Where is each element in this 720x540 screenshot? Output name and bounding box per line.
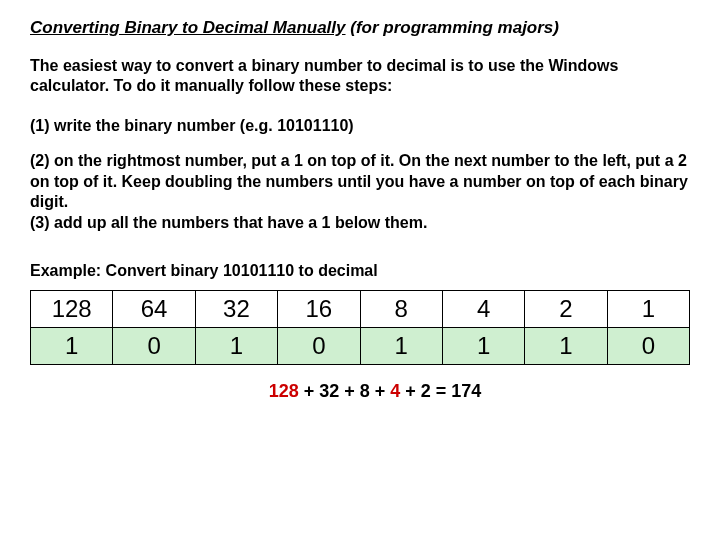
intro-paragraph: The easiest way to convert a binary numb…	[30, 56, 690, 96]
power-cell: 32	[195, 290, 277, 327]
table-row-powers: 128 64 32 16 8 4 2 1	[31, 290, 690, 327]
sum-part: 8	[360, 381, 370, 401]
power-cell: 4	[442, 290, 524, 327]
sum-part: 128	[269, 381, 299, 401]
sum-part: 4	[390, 381, 400, 401]
power-cell: 1	[607, 290, 689, 327]
power-cell: 16	[278, 290, 360, 327]
bit-cell: 0	[113, 327, 195, 364]
bit-cell: 1	[442, 327, 524, 364]
sum-part: +	[400, 381, 421, 401]
title-underlined: Converting Binary to Decimal Manually	[30, 18, 346, 37]
conversion-table: 128 64 32 16 8 4 2 1 1 0 1 0 1 1 1 0	[30, 290, 690, 365]
sum-part: +	[339, 381, 360, 401]
sum-part: = 174	[431, 381, 482, 401]
table-row-bits: 1 0 1 0 1 1 1 0	[31, 327, 690, 364]
sum-part: 2	[421, 381, 431, 401]
sum-part: +	[299, 381, 320, 401]
sum-part: +	[370, 381, 391, 401]
sum-expression: 128 + 32 + 8 + 4 + 2 = 174	[60, 381, 690, 402]
bit-cell: 1	[525, 327, 607, 364]
power-cell: 8	[360, 290, 442, 327]
step-2: (2) on the rightmost number, put a 1 on …	[30, 151, 690, 213]
steps-block: (1) write the binary number (e.g. 101011…	[30, 116, 690, 234]
title-rest: (for programming majors)	[346, 18, 559, 37]
step-2-3: (2) on the rightmost number, put a 1 on …	[30, 151, 690, 234]
example-label: Example: Convert binary 10101110 to deci…	[30, 262, 690, 280]
bit-cell: 1	[31, 327, 113, 364]
bit-cell: 1	[360, 327, 442, 364]
sum-part: 32	[319, 381, 339, 401]
power-cell: 64	[113, 290, 195, 327]
power-cell: 128	[31, 290, 113, 327]
step-3: (3) add up all the numbers that have a 1…	[30, 213, 690, 234]
page-title: Converting Binary to Decimal Manually (f…	[30, 18, 690, 38]
bit-cell: 0	[278, 327, 360, 364]
power-cell: 2	[525, 290, 607, 327]
bit-cell: 1	[195, 327, 277, 364]
bit-cell: 0	[607, 327, 689, 364]
step-1: (1) write the binary number (e.g. 101011…	[30, 116, 690, 137]
